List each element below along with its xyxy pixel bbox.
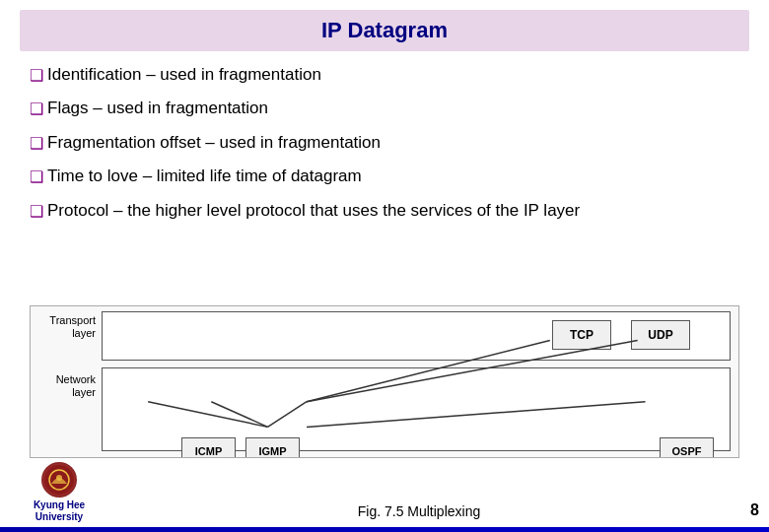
- bullet-icon-1: ❑: [30, 65, 43, 87]
- bullet-icon-3: ❑: [30, 133, 43, 155]
- title-bar: IP Datagram: [20, 10, 749, 51]
- bullet-text-3: Fragmentation offset – used in fragmenta…: [47, 131, 381, 155]
- logo-area: Kyung Hee University: [10, 462, 108, 523]
- bullet-text-1: Identification – used in fragmentation: [47, 63, 321, 87]
- bullet-item-4: ❑ Time to love – limited life time of da…: [30, 165, 739, 188]
- igmp-box: IGMP: [245, 437, 300, 458]
- tcp-box: TCP: [552, 320, 611, 350]
- figure-caption: Fig. 7.5 Multiplexing: [108, 503, 730, 523]
- bullet-text-5: Protocol – the higher level protocol tha…: [47, 199, 580, 223]
- bullet-item-5: ❑ Protocol – the higher level protocol t…: [30, 199, 739, 223]
- svg-point-8: [56, 475, 62, 481]
- bullet-text-4: Time to love – limited life time of data…: [47, 165, 362, 188]
- bullet-item-3: ❑ Fragmentation offset – used in fragmen…: [30, 131, 739, 155]
- transport-layer-box: TCP UDP: [102, 311, 731, 361]
- udp-box: UDP: [631, 320, 690, 350]
- protocol-diagram: Transportlayer TCP UDP Networklayer ICMP…: [30, 305, 739, 458]
- network-layer-box: ICMP IGMP OSPF Header: [102, 367, 731, 451]
- bullet-icon-4: ❑: [30, 166, 43, 188]
- transport-layer-label: Transportlayer: [36, 314, 96, 340]
- university-name-line2: University: [34, 511, 85, 523]
- university-name-line1: Kyung Hee: [34, 499, 85, 511]
- slide-title: IP Datagram: [321, 18, 448, 42]
- content-area: ❑ Identification – used in fragmentation…: [0, 51, 769, 305]
- university-name-area: Kyung Hee University: [34, 499, 85, 523]
- slide-container: IP Datagram ❑ Identification – used in f…: [0, 0, 769, 532]
- bullet-item-1: ❑ Identification – used in fragmentation: [30, 63, 739, 87]
- footer-area: Kyung Hee University Fig. 7.5 Multiplexi…: [0, 458, 769, 527]
- bullet-item-2: ❑ Flags – used in fragmentation: [30, 97, 739, 120]
- page-number: 8: [730, 501, 759, 523]
- bullet-icon-5: ❑: [30, 201, 43, 223]
- ospf-box: OSPF: [660, 437, 714, 458]
- bullet-text-2: Flags – used in fragmentation: [47, 97, 268, 120]
- university-logo: [41, 462, 77, 498]
- icmp-box: ICMP: [181, 437, 236, 458]
- bottom-decorative-line: [0, 527, 769, 532]
- logo-svg: [43, 464, 75, 496]
- network-layer-label: Networklayer: [36, 373, 96, 399]
- bullet-icon-2: ❑: [30, 99, 43, 120]
- diagram-inner: Transportlayer TCP UDP Networklayer ICMP…: [31, 306, 738, 457]
